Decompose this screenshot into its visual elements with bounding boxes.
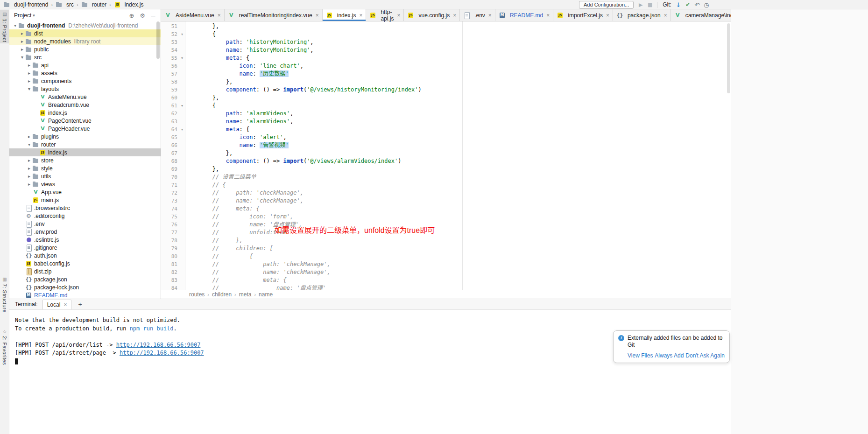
chevron-collapsed-icon[interactable]: ▸ (26, 158, 32, 163)
tree-item-utils[interactable]: ▸utils (9, 172, 161, 180)
tree-item-readme.md[interactable]: README.md (9, 291, 161, 299)
close-icon[interactable]: × (359, 12, 362, 19)
chevron-expanded-icon[interactable]: ▾ (19, 55, 25, 60)
close-icon[interactable]: × (218, 12, 221, 19)
close-icon[interactable]: × (453, 12, 456, 19)
fold-icon[interactable]: ▾ (179, 126, 185, 133)
top-breadcrumb-item[interactable]: duoji-frontend (2, 1, 49, 8)
chevron-collapsed-icon[interactable]: ▸ (26, 166, 32, 171)
editor-tab-asidemenu.vue[interactable]: AsideMenu.vue× (161, 9, 225, 21)
close-icon[interactable]: × (64, 301, 67, 308)
top-breadcrumb-item[interactable]: router (80, 1, 107, 8)
terminal-cursor[interactable] (15, 358, 18, 364)
locate-file-icon[interactable] (128, 12, 135, 19)
chevron-collapsed-icon[interactable]: ▸ (26, 78, 32, 84)
tree-item-pagecontent.vue[interactable]: PageContent.vue (9, 117, 161, 125)
chevron-collapsed-icon[interactable]: ▸ (26, 174, 32, 179)
close-icon[interactable]: × (546, 12, 550, 19)
tool-stripe-project-button[interactable]: ▤ 1: Project (0, 10, 9, 43)
chevron-collapsed-icon[interactable]: ▸ (19, 39, 25, 44)
breadcrumb-item[interactable]: children (212, 291, 232, 298)
run-icon[interactable] (637, 1, 644, 8)
editor-code[interactable]: }, { path: 'historyMonitoring', name: 'h… (185, 21, 731, 290)
chevron-collapsed-icon[interactable]: ▸ (26, 134, 32, 139)
tree-item-.browserslistrc[interactable]: .browserslistrc (9, 204, 161, 212)
hide-panel-icon[interactable] (149, 12, 157, 19)
breadcrumb-item[interactable]: meta (239, 291, 252, 298)
tree-item-app.vue[interactable]: App.vue (9, 188, 161, 196)
breadcrumb-item[interactable]: routes (189, 291, 205, 298)
git-commit-icon[interactable] (684, 1, 692, 8)
tree-item-assets[interactable]: ▸assets (9, 69, 161, 77)
view-files-link[interactable]: View Files (628, 352, 653, 359)
tree-item-package-lock.json[interactable]: package-lock.json (9, 283, 161, 291)
tree-item-duoji-frontend[interactable]: ▾duoji-frontendD:\zheheWeb\duoji-fronten… (9, 21, 161, 29)
close-icon[interactable]: × (397, 12, 400, 19)
editor-code-area[interactable]: 5152▾535455▾565758596061▾626364▾65666768… (161, 21, 731, 290)
editor-tab-realtimemonitoring\index.vue[interactable]: realTimeMonitoring\index.vue× (225, 9, 323, 21)
chevron-collapsed-icon[interactable]: ▸ (19, 31, 25, 36)
tree-item-public[interactable]: ▸public (9, 45, 161, 53)
fold-icon[interactable]: ▾ (179, 102, 185, 110)
add-configuration-button[interactable]: Add Configuration... (579, 1, 634, 9)
dont-ask-again-link[interactable]: Don't Ask Again (685, 352, 725, 359)
tree-item-router[interactable]: ▾router (9, 140, 161, 148)
chevron-expanded-icon[interactable]: ▾ (26, 142, 32, 147)
tree-item-asidemenu.vue[interactable]: AsideMenu.vue (9, 93, 161, 101)
project-tree-scrollbar[interactable] (156, 21, 160, 59)
editor-tab-package.json[interactable]: package.json× (613, 9, 671, 21)
fold-icon[interactable]: ▾ (179, 54, 185, 62)
chevron-collapsed-icon[interactable]: ▸ (26, 70, 32, 76)
terminal-link[interactable]: http://192.168.66.56:9007 (120, 350, 204, 356)
tree-item-.gitignore[interactable]: .gitignore (9, 244, 161, 252)
tree-item-auth.json[interactable]: auth.json (9, 252, 161, 259)
git-update-icon[interactable] (675, 1, 682, 8)
history-icon[interactable] (703, 1, 710, 8)
editor-tab-index.js[interactable]: index.js× (323, 9, 367, 21)
new-terminal-session-icon[interactable]: + (76, 301, 84, 308)
tree-item-babel.config.js[interactable]: babel.config.js (9, 259, 161, 267)
tree-item-breadcrumb.vue[interactable]: Breadcrumb.vue (9, 101, 161, 109)
tree-item-store[interactable]: ▸store (9, 156, 161, 164)
tree-item-node_modules[interactable]: ▸node_moduleslibrary root (9, 37, 161, 45)
tree-item-pageheader.vue[interactable]: PageHeader.vue (9, 125, 161, 133)
close-icon[interactable]: × (316, 12, 319, 19)
close-icon[interactable]: × (488, 12, 492, 19)
chevron-collapsed-icon[interactable]: ▸ (26, 182, 32, 187)
top-breadcrumb-item[interactable]: index.js (113, 1, 145, 8)
tree-item-layouts[interactable]: ▾layouts (9, 85, 161, 93)
tree-item-src[interactable]: ▾src (9, 53, 161, 61)
settings-gear-icon[interactable] (139, 12, 146, 19)
always-add-link[interactable]: Always Add (655, 352, 684, 359)
editor-tab-http-api.js[interactable]: http-api.js× (366, 9, 404, 21)
tree-item-components[interactable]: ▸components (9, 77, 161, 85)
top-breadcrumb-item[interactable]: src (55, 1, 75, 8)
tree-item-style[interactable]: ▸style (9, 164, 161, 172)
tree-item-.eslintrc.js[interactable]: .eslintrc.js (9, 236, 161, 244)
tool-stripe-structure-button[interactable]: ▥ 7: Structure (0, 275, 9, 314)
tree-item-views[interactable]: ▸views (9, 180, 161, 188)
tree-item-index.js[interactable]: index.js (9, 148, 161, 156)
tree-item-dist[interactable]: ▸dist (9, 29, 161, 37)
breadcrumb-item[interactable]: name (259, 291, 273, 298)
tree-item-index.js[interactable]: index.js (9, 109, 161, 117)
terminal-tab-local[interactable]: Local × (42, 300, 72, 309)
project-panel-title[interactable]: Project (14, 12, 31, 19)
terminal-link[interactable]: http://192.168.66.56:9007 (116, 342, 201, 348)
editor-scrollbar[interactable] (727, 23, 730, 93)
tree-item-.editorconfig[interactable]: .editorconfig (9, 212, 161, 220)
close-icon[interactable]: × (606, 12, 609, 19)
chevron-expanded-icon[interactable]: ▾ (12, 23, 18, 28)
editor-tab-vue.config.js[interactable]: vue.config.js× (404, 9, 460, 21)
fold-icon[interactable]: ▾ (179, 30, 185, 38)
close-icon[interactable]: × (664, 12, 667, 19)
git-rollback-icon[interactable] (693, 1, 701, 8)
editor-tab-readme.md[interactable]: README.md× (495, 9, 553, 21)
tree-item-api[interactable]: ▸api (9, 61, 161, 69)
chevron-expanded-icon[interactable]: ▾ (26, 86, 32, 91)
editor-tab-importexcel.js[interactable]: importExcel.js× (553, 9, 613, 21)
editor-tab-.env[interactable]: .env× (460, 9, 495, 21)
chevron-collapsed-icon[interactable]: ▸ (26, 63, 32, 68)
stop-icon[interactable] (646, 1, 654, 8)
tree-item-main.js[interactable]: main.js (9, 196, 161, 204)
